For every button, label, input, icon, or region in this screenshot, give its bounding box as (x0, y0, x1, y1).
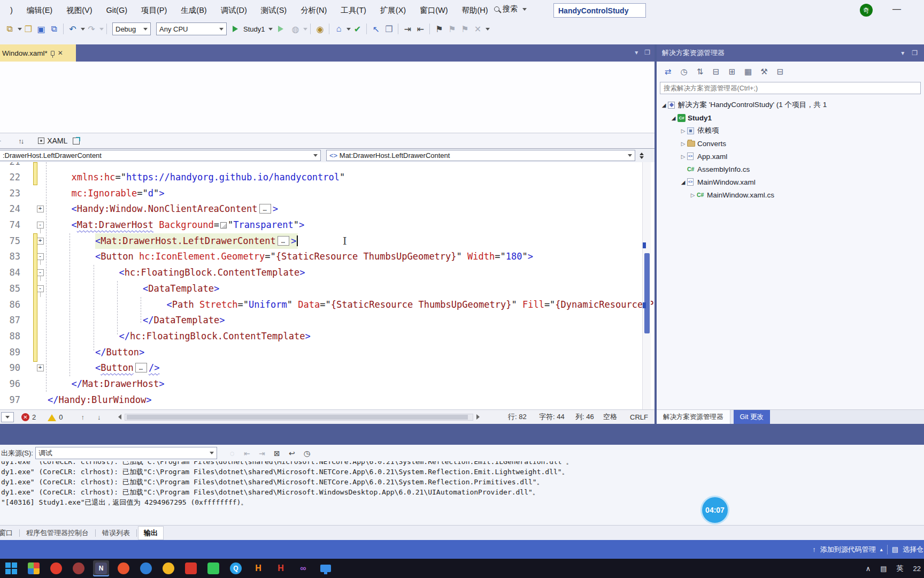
output-panel[interactable]: 出来源(S): 调试 ◌⇤⇥⊠↩◷ dy1.exe" (CoreCLR: clr… (0, 445, 924, 525)
platform-select[interactable]: Any CPU (156, 22, 227, 35)
horizontal-scrollbar[interactable] (125, 414, 473, 421)
taskbar-app-yellow[interactable] (160, 560, 176, 576)
fold-margin[interactable]: + (34, 201, 46, 217)
se-chevron-down-icon[interactable]: ▾ (901, 49, 904, 57)
taskbar-visual-studio[interactable]: ∞ (295, 560, 311, 576)
add-to-source-control-button[interactable]: 添加到源代码管理 (820, 545, 876, 554)
fold-margin[interactable] (34, 186, 46, 202)
select-repository-button[interactable]: 选择仓 (903, 545, 924, 554)
warning-count[interactable]: 0 (59, 413, 63, 421)
code-line-24[interactable]: 24+<Handy:Window.NonClientAreaContent…> (0, 201, 654, 217)
collapsed-region-box[interactable]: … (278, 236, 289, 246)
start-debugging-button[interactable]: Study1 (233, 25, 273, 33)
horizontal-scrollbar-thumb[interactable] (127, 415, 468, 420)
save-all-icon[interactable]: ⧉ (48, 22, 60, 36)
tree-item-3[interactable]: ▷Converts (657, 137, 924, 150)
bookmark-icon[interactable]: ⚑ (433, 22, 445, 36)
start-without-debugging-icon[interactable] (276, 22, 289, 36)
vertical-scrollbar-thumb[interactable] (644, 253, 650, 333)
navigate-dropdown[interactable] (345, 22, 351, 36)
indent-mode-indicator[interactable]: 空格 (603, 412, 617, 422)
menu-item-5[interactable]: 生成(B) (174, 3, 213, 18)
sync-selection-icon[interactable]: ⇅ (693, 65, 707, 78)
tree-item-2[interactable]: ▷依赖项 (657, 124, 924, 137)
clipped-design-icon[interactable]: + (0, 136, 1, 145)
taskbar-app-blue[interactable] (138, 560, 154, 576)
error-filter-dropdown[interactable] (1, 412, 14, 422)
next-bookmark-icon[interactable]: ⚑ (458, 22, 471, 36)
word-wrap-icon[interactable]: ↩ (284, 447, 299, 459)
solution-search-input[interactable] (660, 85, 920, 92)
tool-tab-3[interactable]: 输出 (138, 526, 164, 540)
tree-item-6[interactable]: ◢<>MainWindow.xaml (657, 176, 924, 188)
popout-pane-icon[interactable] (73, 138, 80, 144)
collapse-arrow-icon[interactable]: ◢ (679, 179, 687, 185)
fold-margin[interactable]: - (34, 217, 46, 233)
taskbar-h-orange[interactable]: H (250, 560, 266, 576)
taskbar-app-darkred[interactable] (71, 560, 87, 576)
split-editor-button[interactable] (640, 150, 644, 161)
taskbar-app-grid[interactable] (26, 560, 42, 576)
pending-changes-filter-icon[interactable]: ◷ (677, 65, 691, 78)
collapse-arrow-icon[interactable]: ◢ (669, 115, 677, 121)
code-line-21[interactable]: 21Topmost="True" (0, 162, 654, 170)
expand-all-icon[interactable]: ⊞ (725, 65, 739, 78)
preview-selected-icon[interactable]: ⊟ (773, 65, 787, 78)
expand-arrow-icon[interactable]: ▷ (679, 128, 687, 134)
debug-config-select[interactable]: Debug (112, 22, 151, 35)
indent-icon[interactable]: ⇥ (401, 22, 414, 36)
expand-arrow-icon[interactable]: ▷ (679, 154, 687, 159)
taskbar-app-red[interactable] (48, 560, 64, 576)
collapsed-region-box[interactable]: … (259, 204, 271, 214)
navigate-home-icon[interactable]: ⌂ (332, 22, 345, 36)
timestamp-icon[interactable]: ◷ (299, 447, 314, 459)
quick-search-input[interactable]: HandyControlStudy (553, 3, 646, 18)
collapse-fold-icon[interactable]: - (37, 253, 44, 260)
menu-item-0[interactable]: ) (3, 4, 20, 17)
show-all-files-icon[interactable]: ▦ (741, 65, 755, 78)
code-line-84[interactable]: 84-<hc:FloatingBlock.ContentTemplate> (0, 265, 654, 281)
code-line-86[interactable]: 86<Path Stretch="Uniform" Data="{StaticR… (0, 297, 654, 313)
menu-item-12[interactable]: 帮助(H) (455, 3, 495, 18)
float-window-icon[interactable]: ❐ (644, 49, 650, 56)
expand-fold-icon[interactable]: + (37, 238, 44, 245)
menu-item-8[interactable]: 分析(N) (294, 3, 334, 18)
expand-fold-icon[interactable]: + (37, 364, 44, 371)
element-breadcrumb-right[interactable]: <> Mat:DrawerHost.LeftDrawerContent (326, 150, 635, 161)
document-list-dropdown-icon[interactable]: ▾ (635, 49, 638, 56)
ime-indicator[interactable]: 英 (897, 564, 904, 573)
xaml-designer-surface[interactable] (0, 62, 654, 133)
taskbar-app-active-n[interactable]: N (93, 560, 109, 576)
clear-all-icon[interactable]: ⊠ (270, 447, 284, 459)
tree-item-7[interactable]: ▷C#MainWindow.xaml.cs (657, 188, 924, 201)
se-tab-git-changes[interactable]: Git 更改 (734, 410, 770, 424)
code-line-96[interactable]: 96</Mat:DrawerHost> (0, 376, 654, 392)
output-log[interactable]: dy1.exe" (CoreCLR: clrhost): 已加载"C:\Prog… (0, 461, 924, 507)
code-line-89[interactable]: 89</Button> (0, 345, 654, 361)
tool-tab-0[interactable]: 窗口 (0, 527, 18, 539)
xaml-pane-toggle[interactable]: XAML (38, 136, 67, 145)
new-project-dropdown[interactable] (16, 22, 22, 36)
undo-dropdown[interactable] (79, 22, 85, 36)
pin-icon[interactable] (51, 51, 55, 56)
hot-reload-icon[interactable]: ◍ (289, 22, 302, 36)
previous-message-icon[interactable]: ⇤ (240, 447, 255, 459)
menu-item-7[interactable]: 测试(S) (254, 3, 294, 18)
output-source-select[interactable]: 调试 (35, 447, 217, 459)
new-project-icon[interactable]: ⧉ (3, 22, 16, 36)
prev-issue-icon[interactable]: ↑ (81, 413, 84, 421)
next-message-icon[interactable]: ⇥ (255, 447, 270, 459)
start-button[interactable] (3, 560, 19, 576)
redo-icon[interactable]: ↷ (85, 22, 98, 36)
taskbar-app-redsquare[interactable] (183, 560, 199, 576)
tool-tab-2[interactable]: 错误列表 (97, 527, 135, 539)
collapse-fold-icon[interactable]: - (37, 285, 44, 292)
avatar[interactable]: 奇 (860, 4, 873, 17)
taskbar-remote-display[interactable] (318, 560, 334, 576)
tool-tab-1[interactable]: 程序包管理器控制台 (21, 527, 94, 539)
go-to-definition-icon[interactable]: ↖ (369, 22, 382, 36)
tray-chevron-icon[interactable]: ∧ (866, 565, 871, 573)
code-line-87[interactable]: 87</DataTemplate> (0, 313, 654, 329)
outdent-icon[interactable]: ⇤ (414, 22, 427, 36)
code-line-74[interactable]: 74-<Mat:DrawerHost Background="Transpare… (0, 217, 654, 233)
